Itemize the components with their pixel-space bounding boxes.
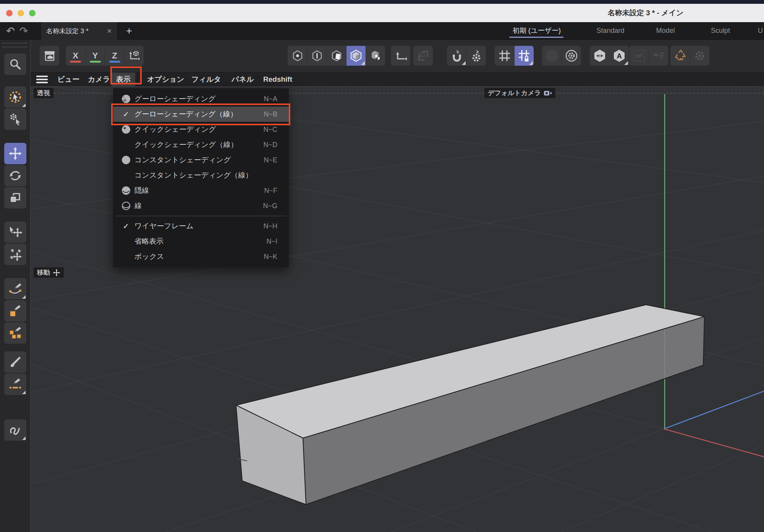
spline-pen-icon <box>8 282 22 296</box>
pen-square-icon <box>8 304 22 318</box>
spline-dash-button[interactable] <box>4 374 26 395</box>
layout-tab-sculpt[interactable]: Sculpt <box>707 22 734 40</box>
check-icon: ✓ <box>118 222 134 231</box>
highlight-box-gouraud-lines <box>111 103 290 125</box>
undo-icon[interactable]: ↶ <box>6 26 15 36</box>
y-axis-button[interactable]: Y <box>85 46 105 66</box>
rectangle-spline-button[interactable] <box>4 300 26 322</box>
gear-options-button[interactable] <box>562 46 581 66</box>
points-mode-button[interactable] <box>288 46 307 66</box>
menu-item-label: 省略表示 <box>134 236 266 246</box>
edges-mode-button[interactable] <box>307 46 327 66</box>
menu-item-quick-shading-lines[interactable]: クイックシェーディング（線） N~D <box>113 137 289 152</box>
hidden-select-disabled-icon[interactable] <box>629 46 649 66</box>
live-selection-button[interactable] <box>4 86 26 108</box>
menu-item-label: 隠線 <box>134 186 264 196</box>
menu-item-label: クイックシェーディング <box>134 125 263 134</box>
menu-item-shortcut: N~F <box>264 187 277 195</box>
menu-item-hidden-line[interactable]: 隠線 N~F <box>113 183 289 198</box>
tweak-tool-button[interactable] <box>4 108 26 130</box>
quantize-lock-button[interactable] <box>514 46 534 66</box>
axis-cube-icon[interactable] <box>124 46 144 66</box>
gouraud-sphere-icon <box>118 94 134 104</box>
snap-magnet-button[interactable] <box>447 46 466 66</box>
menu-item-box[interactable]: ボックス N~K <box>113 249 289 264</box>
object-fragments-button[interactable] <box>366 46 385 66</box>
squiggle-icon <box>9 424 22 437</box>
visibility-list-disabled-icon[interactable] <box>649 46 668 66</box>
live-selection-icon <box>9 91 22 103</box>
cursor-move-icon <box>8 225 22 239</box>
spline-pen-button[interactable] <box>4 278 26 299</box>
primitive-cube-button[interactable] <box>4 322 26 344</box>
close-tab-icon[interactable]: ✕ <box>107 27 112 35</box>
layout-tab-clipped[interactable]: U <box>758 22 764 40</box>
polygons-mode-button[interactable] <box>327 46 346 66</box>
menu-panel[interactable]: パネル <box>231 73 254 86</box>
titlebar: 名称未設定 3 * - メイン <box>0 4 764 22</box>
menu-separator <box>115 216 286 216</box>
scale-tool-button[interactable] <box>4 187 26 209</box>
rotate-tool-button[interactable] <box>4 165 26 186</box>
layout-tab-model[interactable]: Model <box>649 22 681 40</box>
line-circle-icon <box>118 201 134 211</box>
redo-icon[interactable]: ↷ <box>19 26 28 36</box>
x-axis-underline <box>70 61 81 63</box>
x-axis-line <box>664 429 764 457</box>
sketch-spline-button[interactable] <box>4 419 26 441</box>
z-axis-underline <box>109 61 120 63</box>
rings-disabled-icon[interactable] <box>542 46 562 66</box>
workplane-axis-button[interactable] <box>391 46 410 66</box>
menu-redshift[interactable]: Redshift <box>263 73 292 86</box>
z-axis-button[interactable]: Z <box>105 46 124 66</box>
close-window-button[interactable] <box>6 10 13 16</box>
move-icon <box>8 147 22 160</box>
zoom-tool-button[interactable] <box>4 53 26 75</box>
menu-item-constant-shading[interactable]: コンスタントシェーディング N~E <box>113 152 289 168</box>
menu-camera[interactable]: カメラ <box>88 73 110 86</box>
view-label-badge[interactable]: 透視 <box>34 88 53 98</box>
menu-item-isoparms[interactable]: 省略表示 N~I <box>113 234 289 249</box>
cube-object <box>236 305 704 505</box>
menu-item-label: コンスタントシェーディング <box>134 155 264 165</box>
z-axis-line <box>664 391 764 429</box>
cursor-move-tool-button[interactable] <box>4 222 26 243</box>
move-tool-button[interactable] <box>4 143 26 164</box>
layout-tab-standard[interactable]: Standard <box>591 22 630 40</box>
pen-cubes-icon <box>8 326 22 340</box>
viewport-filter-eye-button[interactable] <box>590 46 609 66</box>
add-tab-button[interactable]: + <box>121 22 137 40</box>
menu-item-shortcut: N~D <box>263 141 277 149</box>
camera-icon <box>544 90 552 96</box>
snap-settings-button[interactable] <box>466 46 486 66</box>
recycle-icon <box>670 46 690 66</box>
menu-item-shortcut: N~C <box>263 126 277 134</box>
document-tab[interactable]: 名称未設定 3 * ✕ <box>40 22 118 40</box>
zoom-window-button[interactable] <box>29 10 36 16</box>
settings-disabled-icon[interactable] <box>690 46 709 66</box>
panel-grip[interactable] <box>2 43 27 47</box>
menu-item-constant-shading-lines[interactable]: コンスタントシェーディング（線） <box>113 168 289 183</box>
scale-icon <box>9 191 22 204</box>
arrange-cubes-tool-button[interactable] <box>4 244 26 265</box>
menu-item-lines[interactable]: 線 N~G <box>113 198 289 213</box>
camera-label-badge[interactable]: デフォルトカメラ <box>484 88 555 98</box>
viewport-filter-a-button[interactable]: A <box>609 46 629 66</box>
menu-item-label: コンスタントシェーディング（線） <box>134 170 277 180</box>
brush-tool-button[interactable] <box>4 351 26 373</box>
menu-item-label: ワイヤーフレーム <box>134 221 263 231</box>
x-axis-button[interactable]: X <box>66 46 85 66</box>
menu-view[interactable]: ビュー <box>57 73 79 86</box>
menu-options[interactable]: オプション <box>147 73 184 86</box>
constant-circle-icon <box>118 155 134 165</box>
grid-button[interactable] <box>495 46 514 66</box>
hamburger-icon[interactable] <box>36 76 48 83</box>
minimize-window-button[interactable] <box>18 10 24 16</box>
menu-item-shortcut: N~K <box>264 253 277 261</box>
texture-mode-disabled-button[interactable] <box>413 46 433 66</box>
menu-filter[interactable]: フィルタ <box>191 73 221 86</box>
model-mode-button[interactable] <box>346 46 366 66</box>
menu-item-shortcut: N~H <box>263 222 277 230</box>
menu-item-wireframe[interactable]: ✓ ワイヤーフレーム N~H <box>113 218 289 234</box>
asset-browser-button[interactable] <box>40 46 59 66</box>
